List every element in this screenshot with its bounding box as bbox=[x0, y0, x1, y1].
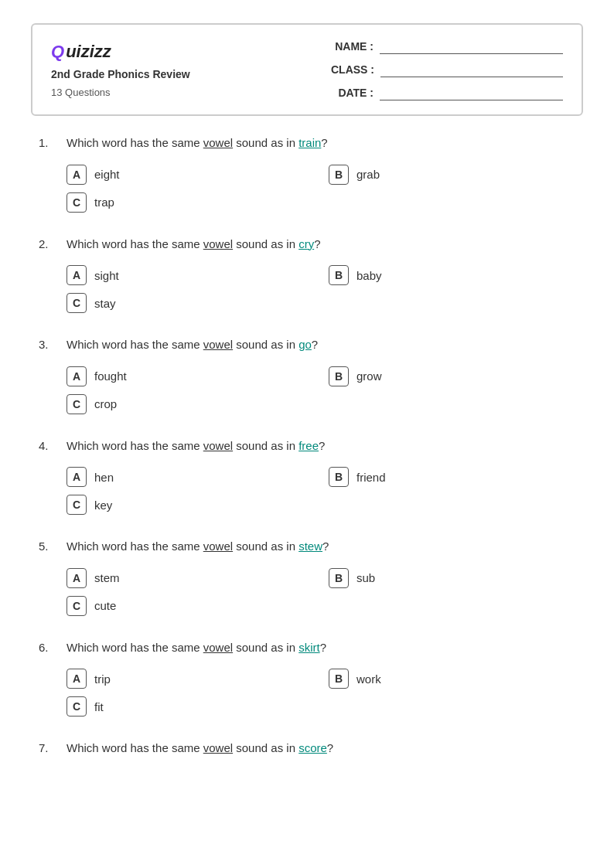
answer-text-1-B: grab bbox=[356, 168, 380, 181]
questions-container: 1.Which word has the same vowel sound as… bbox=[31, 134, 583, 757]
answer-box-4-B: B bbox=[329, 467, 349, 487]
class-label: CLASS : bbox=[331, 63, 374, 76]
answer-box-2-A: A bbox=[67, 265, 87, 285]
answer-text-3-A: fought bbox=[94, 369, 127, 383]
question-2: 2.Which word has the same vowel sound as… bbox=[39, 236, 575, 314]
question-number-1: 1. bbox=[39, 136, 60, 149]
answer-box-4-A: A bbox=[67, 467, 87, 487]
underlined-word-4: vowel bbox=[203, 439, 233, 452]
question-text-3: Which word has the same vowel sound as i… bbox=[67, 336, 318, 354]
answer-box-5-C: C bbox=[67, 596, 87, 616]
question-text-4: Which word has the same vowel sound as i… bbox=[67, 437, 325, 455]
page: Q uizizz 2nd Grade Phonics Review 13 Que… bbox=[0, 0, 614, 868]
header-box: Q uizizz 2nd Grade Phonics Review 13 Que… bbox=[31, 23, 583, 116]
answer-text-2-A: sight bbox=[94, 269, 119, 282]
answer-box-2-C: C bbox=[67, 293, 87, 313]
underlined-word-2: vowel bbox=[203, 237, 233, 250]
answer-text-6-A: trip bbox=[94, 672, 111, 686]
date-line bbox=[380, 85, 563, 100]
answer-item-1-A: Aeight bbox=[67, 165, 313, 185]
question-text-1: Which word has the same vowel sound as i… bbox=[67, 134, 328, 152]
header-left: Q uizizz 2nd Grade Phonics Review 13 Que… bbox=[51, 42, 190, 98]
class-field-row: CLASS : bbox=[331, 62, 563, 77]
question-row-4: 4.Which word has the same vowel sound as… bbox=[39, 437, 575, 455]
underlined-word-5: vowel bbox=[203, 540, 233, 553]
question-7: 7.Which word has the same vowel sound as… bbox=[39, 740, 575, 757]
answer-item-3-A: Afought bbox=[67, 366, 313, 386]
quiz-title: 2nd Grade Phonics Review bbox=[51, 68, 190, 80]
question-3: 3.Which word has the same vowel sound as… bbox=[39, 336, 575, 414]
answer-text-2-B: baby bbox=[356, 269, 382, 282]
question-row-2: 2.Which word has the same vowel sound as… bbox=[39, 236, 575, 254]
answer-item-2-C: Cstay bbox=[67, 293, 313, 313]
colored-word-1: train bbox=[298, 136, 321, 149]
colored-word-3: go bbox=[298, 338, 312, 351]
answer-text-6-B: work bbox=[356, 672, 381, 686]
colored-word-7: score bbox=[298, 741, 327, 754]
answer-item-1-C: Ctrap bbox=[67, 192, 313, 213]
underlined-word-3: vowel bbox=[203, 338, 233, 351]
question-text-5: Which word has the same vowel sound as i… bbox=[67, 538, 329, 556]
answer-text-5-C: cute bbox=[94, 599, 116, 612]
question-5: 5.Which word has the same vowel sound as… bbox=[39, 538, 575, 616]
name-line bbox=[380, 39, 563, 54]
class-line bbox=[380, 62, 563, 77]
answer-box-3-B: B bbox=[329, 366, 349, 386]
logo-text: uizizz bbox=[66, 42, 111, 62]
colored-word-5: stew bbox=[298, 540, 322, 553]
date-field-row: DATE : bbox=[331, 85, 563, 100]
answer-text-3-B: grow bbox=[356, 369, 382, 383]
question-number-4: 4. bbox=[39, 439, 60, 452]
header-right: NAME : CLASS : DATE : bbox=[331, 39, 563, 100]
answer-text-4-B: friend bbox=[356, 471, 386, 484]
answers-grid-5: AstemBsubCcute bbox=[39, 568, 575, 616]
answer-item-3-B: Bgrow bbox=[329, 366, 575, 386]
answer-box-4-C: C bbox=[67, 495, 87, 515]
question-number-3: 3. bbox=[39, 338, 60, 351]
answer-text-6-C: fit bbox=[94, 700, 104, 713]
answer-item-6-C: Cfit bbox=[67, 696, 313, 717]
answer-box-6-C: C bbox=[67, 696, 87, 717]
answer-box-6-A: A bbox=[67, 669, 87, 689]
answer-item-5-C: Ccute bbox=[67, 596, 313, 616]
question-1: 1.Which word has the same vowel sound as… bbox=[39, 134, 575, 213]
answer-box-2-B: B bbox=[329, 265, 349, 285]
answer-box-5-B: B bbox=[329, 568, 349, 588]
answer-text-4-A: hen bbox=[94, 471, 114, 484]
question-number-6: 6. bbox=[39, 641, 60, 654]
question-row-3: 3.Which word has the same vowel sound as… bbox=[39, 336, 575, 354]
question-row-5: 5.Which word has the same vowel sound as… bbox=[39, 538, 575, 556]
answer-box-5-A: A bbox=[67, 568, 87, 588]
answer-box-3-A: A bbox=[67, 366, 87, 386]
answer-item-2-B: Bbaby bbox=[329, 265, 575, 285]
colored-word-2: cry bbox=[298, 237, 314, 250]
answer-item-6-B: Bwork bbox=[329, 669, 575, 689]
question-6: 6.Which word has the same vowel sound as… bbox=[39, 639, 575, 717]
question-row-1: 1.Which word has the same vowel sound as… bbox=[39, 134, 575, 152]
answers-grid-2: AsightBbabyCstay bbox=[39, 265, 575, 313]
colored-word-6: skirt bbox=[298, 641, 320, 654]
answers-grid-4: AhenBfriendCkey bbox=[39, 467, 575, 515]
question-text-7: Which word has the same vowel sound as i… bbox=[67, 740, 333, 757]
question-text-6: Which word has the same vowel sound as i… bbox=[67, 639, 326, 657]
underlined-word-7: vowel bbox=[203, 741, 233, 754]
answer-item-4-B: Bfriend bbox=[329, 467, 575, 487]
date-label: DATE : bbox=[331, 87, 374, 99]
question-4: 4.Which word has the same vowel sound as… bbox=[39, 437, 575, 516]
question-number-5: 5. bbox=[39, 540, 60, 553]
answer-text-2-C: stay bbox=[94, 297, 116, 310]
logo-q: Q bbox=[51, 42, 64, 62]
answer-item-1-B: Bgrab bbox=[329, 165, 575, 185]
answer-item-2-A: Asight bbox=[67, 265, 313, 285]
answer-text-3-C: crop bbox=[94, 397, 117, 410]
answer-item-4-C: Ckey bbox=[67, 495, 313, 515]
answer-text-1-A: eight bbox=[94, 168, 120, 181]
answers-grid-1: AeightBgrabCtrap bbox=[39, 165, 575, 213]
answer-text-1-C: trap bbox=[94, 196, 114, 209]
question-number-2: 2. bbox=[39, 237, 60, 250]
underlined-word-6: vowel bbox=[203, 641, 233, 654]
answer-box-1-B: B bbox=[329, 165, 349, 185]
quiz-subtitle: 13 Questions bbox=[51, 87, 190, 98]
answer-text-4-C: key bbox=[94, 499, 112, 512]
answer-box-1-A: A bbox=[67, 165, 87, 185]
